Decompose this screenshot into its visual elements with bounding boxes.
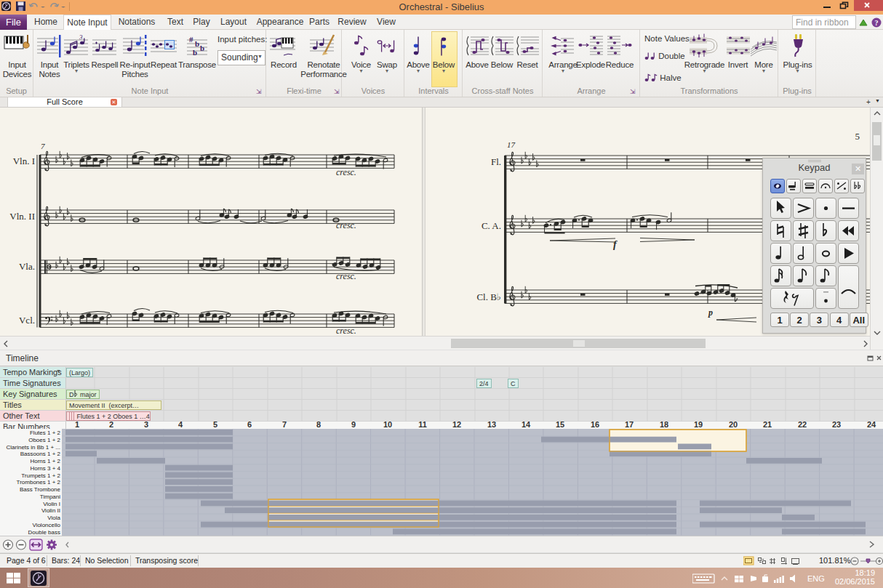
svg-text:Vln. I: Vln. I bbox=[13, 156, 35, 166]
svg-text:cresc.: cresc. bbox=[336, 167, 356, 177]
svg-text:Fl.: Fl. bbox=[491, 156, 501, 167]
svg-text:Vln. II: Vln. II bbox=[9, 211, 35, 222]
svg-text:#: # bbox=[189, 35, 193, 44]
svg-text:Cl. B♭: Cl. B♭ bbox=[476, 291, 501, 302]
svg-text:b: b bbox=[200, 44, 204, 52]
svg-text:3: 3 bbox=[79, 33, 83, 41]
svg-text:cresc.: cresc. bbox=[336, 326, 356, 336]
svg-text:cresc.: cresc. bbox=[336, 220, 356, 230]
svg-text:cresc.: cresc. bbox=[336, 271, 356, 281]
svg-text:b: b bbox=[195, 39, 199, 48]
svg-text:p: p bbox=[708, 307, 713, 318]
svg-text:?: ? bbox=[875, 19, 879, 27]
svg-text:7: 7 bbox=[41, 142, 45, 150]
svg-text:b: b bbox=[193, 48, 197, 57]
svg-text:Vcl.: Vcl. bbox=[19, 315, 35, 326]
svg-text:ENG: ENG bbox=[807, 574, 825, 583]
svg-text:5: 5 bbox=[855, 131, 860, 142]
svg-text:Vla.: Vla. bbox=[19, 261, 35, 272]
svg-text:17: 17 bbox=[507, 140, 516, 149]
svg-text:C. A.: C. A. bbox=[482, 220, 501, 231]
